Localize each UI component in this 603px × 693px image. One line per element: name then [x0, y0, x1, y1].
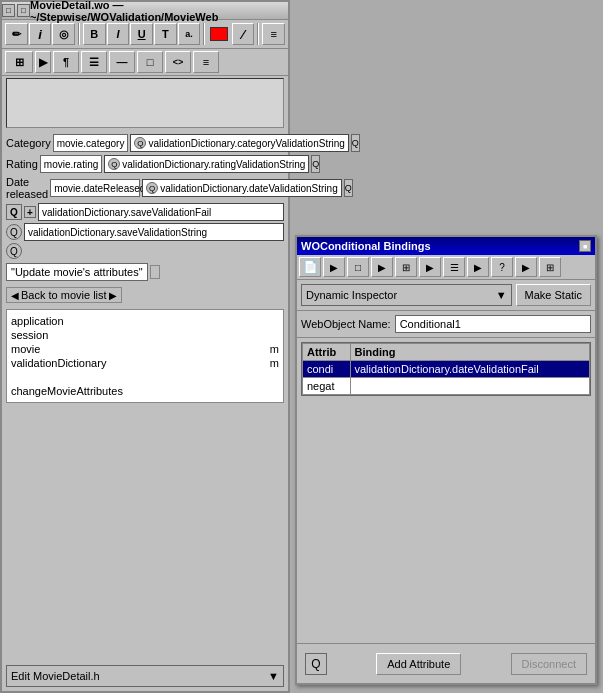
binding-icon-date: Q: [146, 182, 158, 194]
save-end-icon: Q: [6, 243, 22, 259]
hr-btn[interactable]: —: [109, 51, 135, 73]
doc-btn[interactable]: 📄: [299, 257, 321, 277]
back-area: ◀ Back to movie list ▶: [2, 285, 288, 305]
date-label: Date released: [6, 176, 48, 200]
sep3: [257, 23, 259, 45]
help-btn2[interactable]: ?: [491, 257, 513, 277]
sep1: [78, 23, 80, 45]
back-link-text: Back to movie list: [21, 289, 107, 301]
inspector-arrow: ▼: [496, 289, 507, 301]
var-application-name: application: [11, 315, 64, 327]
save-validation: Q + validationDictionary.saveValidationF…: [2, 203, 288, 259]
save-row2: Q validationDictionary.saveValidationStr…: [6, 223, 284, 241]
target-tool-btn[interactable]: ◎: [52, 23, 75, 45]
dropdown-area: Edit MovieDetail.h ▼: [6, 665, 284, 687]
category-label: Category: [6, 137, 51, 149]
attributes-table-container: Attrib Binding condi validationDictionar…: [301, 342, 591, 396]
italic-tool-btn[interactable]: I: [107, 23, 130, 45]
info-tool-btn[interactable]: i: [29, 23, 52, 45]
var-session-name: session: [11, 329, 48, 341]
code-btn[interactable]: <>: [165, 51, 191, 73]
bindings-close-btn[interactable]: ■: [579, 240, 591, 252]
color-swatch[interactable]: [208, 23, 230, 45]
method-change-name: changeMovieAttributes: [11, 385, 123, 397]
rating-binding[interactable]: Q validationDictionary.ratingValidationS…: [104, 155, 309, 173]
arrow-right4-btn[interactable]: ▶: [467, 257, 489, 277]
arrow-right-btn[interactable]: ▶: [323, 257, 345, 277]
date-binding[interactable]: Q validationDictionary.dateValidationStr…: [142, 179, 342, 197]
canvas-area[interactable]: [6, 78, 284, 128]
save-icon2: Q: [6, 224, 22, 240]
smalla-tool-btn[interactable]: a.: [178, 23, 201, 45]
dropdown-label: Edit MovieDetail.h: [11, 670, 100, 682]
rating-binding-text: validationDictionary.ratingValidationStr…: [122, 159, 305, 170]
align3-btn[interactable]: ≡: [193, 51, 219, 73]
inspector-label: Dynamic Inspector: [306, 289, 397, 301]
row0-attrib: condi: [303, 361, 351, 378]
category-row: Category movie.category Q validationDict…: [6, 134, 284, 152]
para-btn[interactable]: ¶: [53, 51, 79, 73]
save-end-row: Q: [6, 243, 284, 259]
list-btn2[interactable]: ☰: [443, 257, 465, 277]
toolbar-row1: ✏ i ◎ B I U T a. ∕ ≡: [2, 20, 288, 49]
update-area: "Update movie's attributes": [2, 259, 288, 285]
category-binding[interactable]: Q validationDictionary.categoryValidatio…: [130, 134, 348, 152]
rect-btn[interactable]: □: [347, 257, 369, 277]
grid-btn3[interactable]: ⊞: [539, 257, 561, 277]
webobject-value[interactable]: Conditional1: [395, 315, 591, 333]
table-row-1[interactable]: negat: [303, 378, 590, 395]
text-tool-btn[interactable]: T: [154, 23, 177, 45]
save-binding1[interactable]: validationDictionary.saveValidationFail: [38, 203, 284, 221]
rating-value[interactable]: movie.rating: [40, 155, 102, 173]
col-attrib: Attrib: [303, 344, 351, 361]
webobject-label: WebObject Name:: [301, 318, 391, 330]
spacer1: [11, 370, 279, 378]
save-icon1: Q: [6, 204, 22, 220]
add-attribute-btn[interactable]: Add Attribute: [376, 653, 461, 675]
var-movie-name: movie: [11, 343, 40, 355]
var-session: session: [11, 328, 279, 342]
make-static-btn[interactable]: Make Static: [516, 284, 591, 306]
update-text[interactable]: "Update movie's attributes": [6, 263, 148, 281]
zoom-btn[interactable]: □: [17, 4, 30, 17]
inspector-dropdown[interactable]: Dynamic Inspector ▼: [301, 284, 512, 306]
back-link[interactable]: ◀ Back to movie list ▶: [6, 287, 122, 303]
category-end-btn[interactable]: Q: [351, 134, 360, 152]
back-arrow-right: ▶: [109, 290, 117, 301]
date-end-btn[interactable]: Q: [344, 179, 353, 197]
main-titlebar: □ □ MovieDetail.wo — ~/Stepwise/WOValida…: [2, 2, 288, 20]
close-btn[interactable]: □: [2, 4, 15, 17]
arrow-right3-btn[interactable]: ▶: [419, 257, 441, 277]
table-btn[interactable]: ⊞: [5, 51, 33, 73]
dropper-btn[interactable]: ∕: [232, 23, 255, 45]
category-binding-text: validationDictionary.categoryValidationS…: [148, 138, 344, 149]
rating-end-btn[interactable]: Q: [311, 155, 320, 173]
date-value[interactable]: movie.dateReleased: [50, 179, 140, 197]
align-btn[interactable]: ≡: [262, 23, 285, 45]
pencil-tool-btn[interactable]: ✏: [5, 23, 28, 45]
list-btn[interactable]: ☰: [81, 51, 107, 73]
arrow-right2-btn[interactable]: ▶: [371, 257, 393, 277]
bold-tool-btn[interactable]: B: [83, 23, 106, 45]
box-btn[interactable]: □: [137, 51, 163, 73]
arrow-right5-btn[interactable]: ▶: [515, 257, 537, 277]
binding-icon-rating: Q: [108, 158, 120, 170]
category-value[interactable]: movie.category: [53, 134, 129, 152]
disconnect-btn[interactable]: Disconnect: [511, 653, 587, 675]
save-binding2-text: validationDictionary.saveValidationStrin…: [28, 227, 207, 238]
edit-dropdown[interactable]: Edit MovieDetail.h ▼: [6, 665, 284, 687]
save-binding2[interactable]: validationDictionary.saveValidationStrin…: [24, 223, 284, 241]
row0-binding: validationDictionary.dateValidationFail: [350, 361, 590, 378]
arrow2-btn[interactable]: ▶: [35, 51, 51, 73]
grid-btn2[interactable]: ⊞: [395, 257, 417, 277]
footer-icon-btn[interactable]: Q: [305, 653, 327, 675]
var-validationDict-name: validationDictionary: [11, 357, 106, 369]
inspector-row: Dynamic Inspector ▼ Make Static: [297, 280, 595, 311]
main-window: □ □ MovieDetail.wo — ~/Stepwise/WOValida…: [0, 0, 290, 693]
plus-icon: +: [24, 206, 36, 218]
webobject-row: WebObject Name: Conditional1: [297, 311, 595, 338]
table-row-0[interactable]: condi validationDictionary.dateValidatio…: [303, 361, 590, 378]
back-arrow-left: ◀: [11, 290, 19, 301]
underline-tool-btn[interactable]: U: [130, 23, 153, 45]
bindings-footer: Q Add Attribute Disconnect: [297, 643, 595, 683]
